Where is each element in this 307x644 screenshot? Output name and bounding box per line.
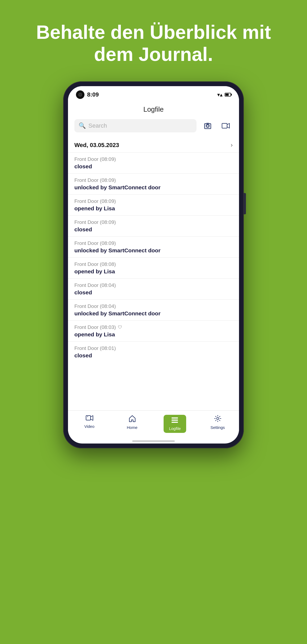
camera-button[interactable] [201,119,215,133]
log-entry-action: opened by Lisa [74,331,233,338]
log-entry-action: unlocked by SmartConnect door [74,247,233,254]
log-entry-action: closed [74,226,233,233]
log-entry-time: Front Door (08:03)🛡 [74,324,233,330]
svg-rect-5 [172,417,178,419]
log-entry[interactable]: Front Door (08:09)closed [68,215,239,236]
log-entry[interactable]: Front Door (08:03)🛡opened by Lisa [68,320,239,341]
logfile-nav-icon [171,417,178,425]
log-entry-action: closed [74,163,233,170]
log-entry-action: unlocked by SmartConnect door [74,184,233,191]
search-icon: 🔍 [79,122,86,129]
log-entry[interactable]: Front Door (08:08)opened by Lisa [68,257,239,278]
log-entries-list: Front Door (08:09)closedFront Door (08:0… [68,152,239,362]
log-entry[interactable]: Front Door (08:09)closed [68,152,239,173]
log-entry-time: Front Door (08:04) [74,303,233,309]
hero-title: Behalte den Überblick mit dem Journal. [0,0,307,81]
nav-item-home[interactable]: Home [111,413,154,435]
battery-fill [225,94,229,96]
log-entry-action: opened by Lisa [74,268,233,275]
log-entry-time: Front Door (08:09) [74,240,233,246]
video-nav-icon [86,415,93,423]
svg-point-8 [217,417,219,420]
status-left: 8:09 [76,90,99,99]
nav-label-logfile: Logfile [169,426,181,431]
app-title: Logfile [68,101,239,116]
wifi-icon: ▾▴ [217,91,223,98]
chevron-right-icon: › [231,142,233,149]
nav-label-settings: Settings [210,425,225,430]
date-text: Wed, 03.05.2023 [74,142,119,149]
phone-screen: 8:09 ▾▴ Logfile 🔍 Search [68,86,239,444]
log-entry[interactable]: Front Door (08:09)unlocked by SmartConne… [68,236,239,257]
shield-badge-icon: 🛡 [118,325,122,330]
svg-rect-7 [172,422,178,423]
bottom-nav[interactable]: Video Home [68,410,239,440]
status-right: ▾▴ [217,91,231,98]
battery-icon [225,93,231,97]
svg-rect-3 [86,416,91,420]
nav-label-home: Home [127,425,137,430]
search-area[interactable]: 🔍 Search [68,116,239,137]
log-entry[interactable]: Front Door (08:09)opened by Lisa [68,194,239,215]
log-entry-action: closed [74,352,233,359]
log-entry-action: unlocked by SmartConnect door [74,310,233,317]
svg-rect-2 [222,123,227,128]
log-entry-time: Front Door (08:01) [74,345,233,351]
search-placeholder: Search [88,122,107,129]
log-entry[interactable]: Front Door (08:04)closed [68,278,239,299]
video-camera-button[interactable] [219,119,233,133]
log-entry-time: Front Door (08:08) [74,261,233,267]
log-entry[interactable]: Front Door (08:04)unlocked by SmartConne… [68,299,239,320]
log-entry-action: closed [74,289,233,296]
nav-label-video: Video [84,424,94,429]
log-entry-time: Front Door (08:09) [74,177,233,183]
log-entry[interactable]: Front Door (08:09)unlocked by SmartConne… [68,173,239,194]
phone-mockup: 8:09 ▾▴ Logfile 🔍 Search [63,81,244,448]
log-entry-time: Front Door (08:04) [74,282,233,288]
camera-lens [78,93,82,97]
log-entry-time: Front Door (08:09) [74,198,233,204]
log-content[interactable]: Wed, 03.05.2023 › Front Door (08:09)clos… [68,137,239,410]
settings-nav-icon [214,415,221,424]
log-entry-action: opened by Lisa [74,205,233,212]
date-header[interactable]: Wed, 03.05.2023 › [68,137,239,152]
nav-item-video[interactable]: Video [68,413,111,435]
nav-item-logfile[interactable]: Logfile [154,413,196,435]
log-entry[interactable]: Front Door (08:01)closed [68,341,239,362]
svg-rect-6 [172,420,178,421]
status-bar: 8:09 ▾▴ [68,86,239,101]
home-indicator [132,440,175,442]
log-entry-time: Front Door (08:09) [74,219,233,225]
status-time: 8:09 [87,91,99,98]
nav-item-settings[interactable]: Settings [196,413,239,435]
svg-point-4 [87,416,88,417]
log-entry-time: Front Door (08:09) [74,156,233,162]
home-nav-icon [129,415,136,424]
front-camera [76,90,84,99]
search-box[interactable]: 🔍 Search [74,119,197,132]
